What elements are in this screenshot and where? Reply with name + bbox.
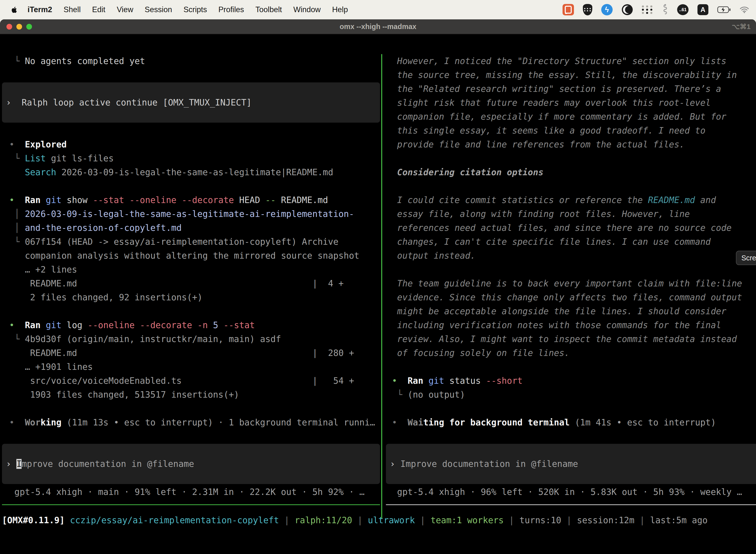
- text-segment: including verification notes with those …: [392, 320, 721, 330]
- text-segment: changes, I can't cite specific file line…: [392, 237, 711, 247]
- text-segment: |: [634, 515, 650, 525]
- menu-item-iterm2[interactable]: iTerm2: [27, 5, 52, 14]
- text-segment: README.md: [648, 195, 695, 205]
- input-source-icon[interactable]: A: [697, 4, 708, 15]
- window-titlebar[interactable]: omx --xhigh --madmax ⌥⌘1: [0, 19, 756, 34]
- text-segment: ›: [6, 459, 16, 469]
- screen-share-overlay-button[interactable]: Scre: [736, 251, 756, 265]
- moon-icon[interactable]: [622, 4, 633, 15]
- terminal-line: • Ran git status --short: [392, 374, 523, 388]
- text-segment: •: [392, 418, 397, 428]
- text-segment: Explored: [25, 140, 67, 150]
- text-segment: [14, 418, 25, 428]
- text-segment: mprove documentation in @filename: [21, 459, 194, 469]
- text-segment: [9, 265, 25, 275]
- window-title: omx --xhigh --madmax: [339, 22, 416, 31]
- right-pane[interactable]: However, I noticed the "Directory Struct…: [383, 54, 756, 526]
- omx-status-line: [OMX#0.11.9] cczip/essay/ai-reimplementa…: [2, 513, 708, 527]
- menu-item-profiles[interactable]: Profiles: [218, 5, 244, 14]
- terminal-line: Considering citation options: [392, 165, 544, 179]
- terminal-line: └ 4b9d30f (origin/main, instructkr/main,…: [9, 332, 281, 346]
- menu-item-toolbelt[interactable]: Toolbelt: [255, 5, 282, 14]
- text-segment: No agents completed yet: [25, 56, 145, 66]
- text-segment: [397, 376, 407, 386]
- text-segment: ting for background terminal: [423, 418, 569, 428]
- text-segment: Improve documentation in @filename: [400, 459, 578, 469]
- text-segment: git: [46, 320, 62, 330]
- desktop: iTerm2ShellEditViewSessionScriptsProfile…: [0, 0, 756, 554]
- text-segment: git: [46, 195, 62, 205]
- close-button[interactable]: [6, 24, 12, 30]
- messenger-icon[interactable]: ϟ: [601, 4, 613, 15]
- text-segment: [392, 167, 397, 177]
- menu-item-view[interactable]: View: [117, 5, 133, 14]
- text-segment: git: [429, 376, 444, 386]
- apple-menu-icon[interactable]: [10, 6, 18, 14]
- dots-grid-icon[interactable]: [642, 5, 653, 14]
- text-segment: --stat: [224, 320, 255, 330]
- pane-divider[interactable]: [381, 54, 382, 519]
- menu-item-help[interactable]: Help: [332, 5, 348, 14]
- terminal-line: src/voice/voiceModeEnabled.ts | 54 +: [9, 374, 354, 388]
- terminal-line: essay file, along with finding root file…: [392, 207, 690, 221]
- text-segment: the "Related research writing" section i…: [392, 84, 721, 94]
- left-pane-input-box[interactable]: › Improve documentation in @filename: [2, 444, 380, 484]
- text-segment: [65, 515, 70, 525]
- menu-item-scripts[interactable]: Scripts: [184, 5, 207, 14]
- text-segment: this single essay, it seems like a good …: [392, 126, 705, 135]
- terminal-line: changes, I can't cite specific file line…: [392, 235, 711, 249]
- wifi-icon[interactable]: [740, 6, 749, 13]
- cpu-badge-icon[interactable]: ..61: [677, 4, 689, 15]
- terminal-line: the source tree, missing the essay. Stil…: [392, 68, 737, 82]
- menu-item-shell[interactable]: Shell: [63, 5, 81, 14]
- terminal-line: review. Also, I might want to inspect th…: [392, 332, 737, 346]
- text-segment: show: [62, 195, 93, 205]
- text-segment: session:12m: [577, 515, 634, 525]
- text-segment: └: [9, 237, 25, 247]
- left-pane[interactable]: └ No agents completed yet• Explored └ Li…: [0, 54, 381, 526]
- traffic-lights: [6, 19, 32, 34]
- battery-icon[interactable]: [717, 6, 731, 13]
- terminal-content[interactable]: └ No agents completed yet• Explored └ Li…: [0, 54, 756, 554]
- minimize-button[interactable]: [16, 24, 22, 30]
- menu-item-window[interactable]: Window: [294, 5, 321, 14]
- menu-bar: iTerm2ShellEditViewSessionScriptsProfile…: [0, 0, 756, 19]
- text-segment: Ran: [407, 376, 423, 386]
- text-segment: evidence. Since this change only affects…: [392, 292, 742, 302]
- right-pane-input-box[interactable]: › Improve documentation in @filename: [386, 444, 756, 484]
- text-segment: •: [9, 140, 14, 150]
- text-segment: •: [9, 418, 14, 428]
- terminal-line: README.md | 4 +: [9, 277, 344, 290]
- left-pane-active-border: [2, 504, 380, 505]
- text-segment: king: [41, 418, 61, 428]
- text-segment: ›: [390, 459, 400, 469]
- terminal-line: 1903 files changed, 513517 insertions(+): [9, 388, 239, 402]
- text-segment: --oneline --decorate -n: [87, 320, 208, 330]
- text-segment: 4b9d30f (origin/main, instructkr/main, m…: [25, 334, 281, 344]
- screen-share-overlay-label: Scre: [741, 251, 756, 265]
- text-segment: [9, 251, 25, 261]
- shield-dots: [584, 8, 591, 11]
- squiggle-icon[interactable]: [662, 4, 668, 15]
- menu-item-edit[interactable]: Edit: [92, 5, 105, 14]
- text-segment: and: [695, 195, 716, 205]
- text-segment: [14, 195, 25, 205]
- screen-recording-icon[interactable]: [563, 4, 574, 15]
- text-segment: I could cite commit statistics or refere…: [392, 195, 648, 205]
- terminal-line: • Explored: [9, 137, 67, 151]
- left-pane-injected-prompt-box[interactable]: › Ralph loop active continue [OMX_TMUX_I…: [2, 82, 380, 123]
- text-segment: [423, 376, 428, 386]
- menu-item-session[interactable]: Session: [145, 5, 172, 14]
- terminal-line: └ List git ls-files: [9, 151, 114, 165]
- text-segment: ralph:11/20: [295, 515, 352, 525]
- text-segment: companion file, especially if more comme…: [392, 112, 727, 122]
- shield-icon[interactable]: [583, 4, 592, 15]
- text-segment: README.md: [276, 195, 328, 205]
- zoom-button[interactable]: [26, 24, 32, 30]
- text-segment: 067f154 (HEAD -> essay/ai-reimplementati…: [25, 237, 338, 247]
- menu-bar-status-icons: ϟ ..61 A: [563, 4, 756, 15]
- text-segment: log: [62, 320, 87, 330]
- text-segment: Search: [25, 167, 56, 177]
- terminal-line: companion analysis without altering the …: [9, 249, 359, 263]
- text-segment: HEAD: [234, 195, 265, 205]
